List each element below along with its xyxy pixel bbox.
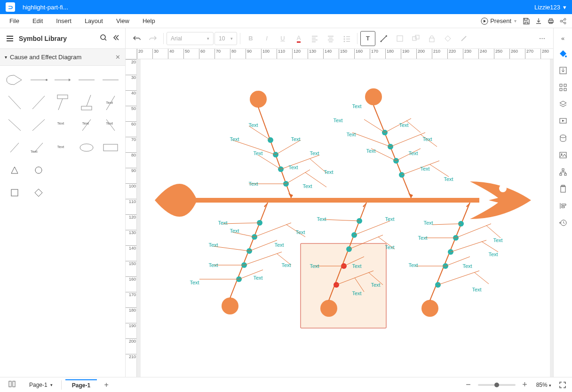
branch-label[interactable]: Text — [488, 251, 498, 257]
zoom-value[interactable]: 85% ▾ — [534, 382, 553, 388]
line-style-button[interactable] — [456, 31, 471, 46]
branch-label[interactable]: Text — [420, 166, 429, 172]
shape-rect[interactable] — [99, 137, 121, 158]
diagram-canvas[interactable]: TextTextTextTextTextTextTextTextTextText… — [141, 59, 550, 377]
fill-button[interactable] — [440, 31, 455, 46]
branch-label[interactable]: Text — [366, 148, 375, 154]
data-panel-icon[interactable] — [554, 130, 572, 147]
section-header[interactable]: ▾ Cause and Effect Diagram ✕ — [0, 49, 125, 66]
bold-button[interactable]: B — [243, 31, 258, 46]
branch-label[interactable]: Text — [190, 280, 199, 285]
branch-label[interactable]: Text — [274, 242, 284, 248]
shape-text[interactable]: Text — [52, 137, 74, 158]
branch-label[interactable]: Text — [253, 275, 262, 281]
shape-branch-text[interactable]: Text — [99, 92, 121, 113]
share-icon[interactable] — [557, 15, 569, 27]
zoom-out-button[interactable]: − — [463, 379, 474, 391]
branch-label[interactable]: Text — [317, 216, 326, 222]
font-select[interactable]: Arial▾ — [167, 32, 214, 45]
shape-diamond[interactable] — [28, 182, 50, 203]
lock-button[interactable] — [424, 31, 439, 46]
menu-view[interactable]: View — [110, 17, 136, 24]
apps-panel-icon[interactable] — [554, 79, 572, 96]
sitemap-panel-icon[interactable] — [554, 164, 572, 180]
branch-label[interactable]: Text — [324, 169, 333, 175]
undo-button[interactable] — [129, 31, 144, 46]
branch-label[interactable]: Text — [444, 176, 453, 182]
collapse-right-rail-icon[interactable]: « — [554, 31, 572, 45]
print-icon[interactable] — [545, 15, 557, 27]
fontsize-select[interactable]: 10▾ — [214, 32, 237, 45]
branch-label[interactable]: Text — [493, 237, 502, 243]
branch-label[interactable]: Text — [422, 136, 432, 142]
branch-label[interactable]: Text — [248, 181, 258, 187]
branch-label[interactable]: Text — [408, 262, 418, 268]
shape-ellipse[interactable] — [75, 137, 97, 158]
text-tool-button[interactable]: T — [360, 31, 375, 46]
shape-line[interactable] — [75, 70, 97, 90]
branch-label[interactable]: Text — [333, 118, 342, 123]
align-panel-icon[interactable] — [554, 197, 572, 214]
branch-label[interactable]: Text — [462, 263, 472, 269]
page-tab-active[interactable]: Page-1 — [65, 379, 97, 391]
branch-label[interactable]: Text — [385, 216, 394, 222]
history-panel-icon[interactable] — [554, 214, 572, 231]
search-icon[interactable] — [100, 34, 107, 43]
menu-edit[interactable]: Edit — [26, 17, 49, 24]
branch-label[interactable]: Text — [472, 287, 481, 292]
shape-branch-text4[interactable]: Text — [99, 115, 121, 135]
present-panel-icon[interactable] — [554, 113, 572, 130]
branch-label[interactable]: Text — [253, 150, 262, 156]
redo-button[interactable] — [145, 31, 160, 46]
branch-label[interactable]: Text — [230, 228, 239, 234]
branch-label[interactable]: Text — [281, 262, 291, 268]
fullscreen-button[interactable] — [557, 379, 568, 391]
shape-diag2[interactable] — [28, 92, 50, 113]
branch-label[interactable]: Text — [385, 244, 394, 250]
layers-panel-icon[interactable] — [554, 96, 572, 113]
pages-list-icon[interactable] — [4, 379, 21, 391]
menu-layout[interactable]: Layout — [78, 17, 110, 24]
user-menu[interactable]: Lizzie123▾ — [534, 4, 566, 11]
shape-spine[interactable] — [28, 70, 50, 90]
branch-label[interactable]: Text — [346, 132, 356, 137]
image-panel-icon[interactable] — [554, 147, 572, 164]
align-center-button[interactable] — [323, 31, 338, 46]
shape-branch-text3[interactable]: Text — [75, 115, 97, 135]
connector-tool-button[interactable] — [376, 31, 391, 46]
zoom-slider[interactable] — [478, 384, 516, 386]
shape-spine-alt[interactable] — [52, 70, 74, 90]
page-dropdown[interactable]: Page-1▾ — [24, 380, 57, 390]
more-button[interactable]: ⋯ — [534, 31, 549, 46]
shape-branch-text2[interactable]: Text — [52, 115, 74, 135]
branch-label[interactable]: Text — [310, 263, 319, 269]
align-left-button[interactable] — [307, 31, 322, 46]
bullets-button[interactable] — [339, 31, 354, 46]
branch-label[interactable]: Text — [399, 122, 408, 128]
shape-circle[interactable] — [28, 160, 50, 180]
shape-box-branch[interactable] — [52, 92, 74, 113]
shape-diag1[interactable] — [4, 92, 26, 113]
shape-diag-text[interactable]: Text — [28, 137, 50, 158]
branch-label[interactable]: Text — [218, 220, 227, 226]
branch-label[interactable]: Text — [302, 183, 312, 189]
branch-label[interactable]: Text — [423, 220, 433, 226]
shape-box-branch2[interactable] — [75, 92, 97, 113]
shape-line2[interactable] — [99, 70, 121, 90]
present-button[interactable]: Present ▾ — [477, 17, 520, 25]
shape-triangle[interactable] — [4, 160, 26, 180]
branch-label[interactable]: Text — [208, 242, 218, 248]
download-icon[interactable] — [532, 15, 545, 27]
underline-button[interactable]: U — [275, 31, 290, 46]
shape-branch-a[interactable] — [4, 115, 26, 135]
branch-label[interactable]: Text — [352, 290, 361, 296]
shape-branch-b[interactable] — [28, 115, 50, 135]
font-color-button[interactable]: A — [291, 31, 306, 46]
shape-fish-head[interactable] — [4, 70, 26, 90]
add-page-button[interactable]: + — [101, 379, 112, 391]
collapse-panel-icon[interactable] — [112, 34, 119, 43]
branch-label[interactable]: Text — [230, 136, 239, 142]
shape-square[interactable] — [4, 182, 26, 203]
branch-label[interactable]: Text — [408, 150, 418, 156]
clipboard-panel-icon[interactable] — [554, 180, 572, 197]
